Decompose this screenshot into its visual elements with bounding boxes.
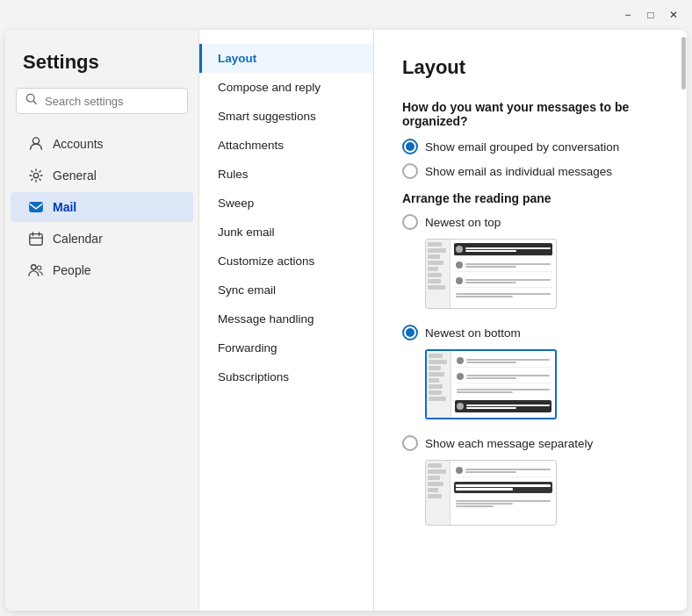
radio-separate-label: Show each message separately bbox=[425, 437, 593, 450]
middle-item-junk[interactable]: Junk email bbox=[199, 218, 373, 247]
search-input[interactable] bbox=[45, 95, 178, 108]
middle-item-attachments[interactable]: Attachments bbox=[199, 131, 373, 160]
people-icon bbox=[28, 262, 44, 278]
middle-item-rules[interactable]: Rules bbox=[199, 160, 373, 189]
preview-separate bbox=[425, 460, 557, 526]
sidebar-item-mail[interactable]: Mail bbox=[11, 192, 193, 222]
preview-left-col-top bbox=[426, 240, 451, 308]
search-icon bbox=[25, 93, 38, 109]
sidebar-title: Settings bbox=[5, 51, 198, 88]
sidebar: Settings Accounts bbox=[5, 30, 198, 611]
pane-option-newest-top[interactable]: Newest on top bbox=[402, 214, 659, 309]
middle-panel: Layout Compose and reply Smart suggestio… bbox=[198, 30, 374, 611]
sidebar-item-calendar[interactable]: Calendar bbox=[11, 224, 193, 254]
radio-individual-circle[interactable] bbox=[402, 163, 418, 179]
preview-right-col-top bbox=[451, 240, 556, 308]
scrollbar-thumb[interactable] bbox=[681, 37, 686, 90]
radio-newest-top-circle[interactable] bbox=[402, 214, 418, 230]
sidebar-item-accounts[interactable]: Accounts bbox=[11, 129, 193, 159]
svg-rect-4 bbox=[30, 203, 42, 212]
preview-left-col-bottom bbox=[427, 351, 451, 418]
sidebar-label-general: General bbox=[53, 168, 97, 183]
sidebar-item-general[interactable]: General bbox=[11, 161, 193, 190]
radio-newest-bottom-circle[interactable] bbox=[402, 325, 418, 340]
radio-grouped-circle[interactable] bbox=[402, 139, 418, 154]
preview-right-col-bottom bbox=[451, 351, 555, 418]
radio-individual[interactable]: Show email as individual messages bbox=[402, 163, 659, 179]
svg-point-7 bbox=[37, 266, 41, 270]
preview-newest-bottom bbox=[425, 349, 557, 419]
sidebar-label-accounts: Accounts bbox=[53, 137, 104, 151]
middle-item-sync[interactable]: Sync email bbox=[199, 276, 373, 304]
radio-grouped[interactable]: Show email grouped by conversation bbox=[402, 139, 659, 154]
svg-rect-5 bbox=[30, 234, 42, 246]
preview-newest-top bbox=[425, 239, 557, 309]
calendar-icon bbox=[28, 231, 44, 247]
middle-item-message[interactable]: Message handling bbox=[199, 304, 373, 333]
radio-newest-bottom-label: Newest on bottom bbox=[425, 326, 521, 340]
svg-point-2 bbox=[32, 138, 39, 144]
preview-right-col-separate bbox=[451, 461, 556, 525]
main-content: Layout How do you want your messages to … bbox=[374, 30, 687, 611]
person-icon bbox=[28, 136, 44, 152]
radio-newest-top-label: Newest on top bbox=[425, 216, 501, 229]
mail-icon bbox=[28, 199, 44, 215]
pane-option-newest-bottom[interactable]: Newest on bottom bbox=[402, 325, 659, 419]
sidebar-item-people[interactable]: People bbox=[11, 255, 193, 285]
middle-item-smart[interactable]: Smart suggestions bbox=[199, 102, 373, 131]
section-question: How do you want your messages to be orga… bbox=[402, 100, 659, 128]
middle-item-sweep[interactable]: Sweep bbox=[199, 189, 373, 218]
radio-separate-circle[interactable] bbox=[402, 435, 418, 451]
sidebar-label-calendar: Calendar bbox=[53, 232, 103, 246]
middle-item-forwarding[interactable]: Forwarding bbox=[199, 333, 373, 362]
pane-option-separate[interactable]: Show each message separately bbox=[402, 435, 659, 526]
radio-individual-label: Show email as individual messages bbox=[425, 165, 612, 178]
reading-pane-label: Arrange the reading pane bbox=[402, 191, 659, 205]
close-button[interactable]: ✕ bbox=[666, 7, 681, 23]
middle-item-layout[interactable]: Layout bbox=[199, 44, 373, 73]
middle-item-compose[interactable]: Compose and reply bbox=[199, 73, 373, 102]
middle-item-subscriptions[interactable]: Subscriptions bbox=[199, 362, 373, 391]
preview-left-col-separate bbox=[426, 461, 451, 525]
sidebar-label-mail: Mail bbox=[53, 200, 76, 214]
search-box[interactable] bbox=[16, 88, 188, 114]
minimize-button[interactable]: − bbox=[620, 7, 636, 23]
sidebar-label-people: People bbox=[53, 263, 91, 277]
svg-line-1 bbox=[33, 101, 36, 104]
app-window: Settings Accounts bbox=[5, 30, 687, 611]
svg-point-3 bbox=[33, 173, 38, 177]
page-title: Layout bbox=[402, 56, 659, 79]
radio-grouped-label: Show email grouped by conversation bbox=[425, 140, 619, 154]
gear-icon bbox=[28, 168, 44, 183]
scrollbar-track[interactable] bbox=[680, 30, 687, 611]
svg-point-6 bbox=[32, 265, 36, 269]
maximize-button[interactable]: □ bbox=[643, 7, 659, 23]
title-bar: − □ ✕ bbox=[0, 0, 692, 30]
middle-item-customize[interactable]: Customize actions bbox=[199, 247, 373, 276]
